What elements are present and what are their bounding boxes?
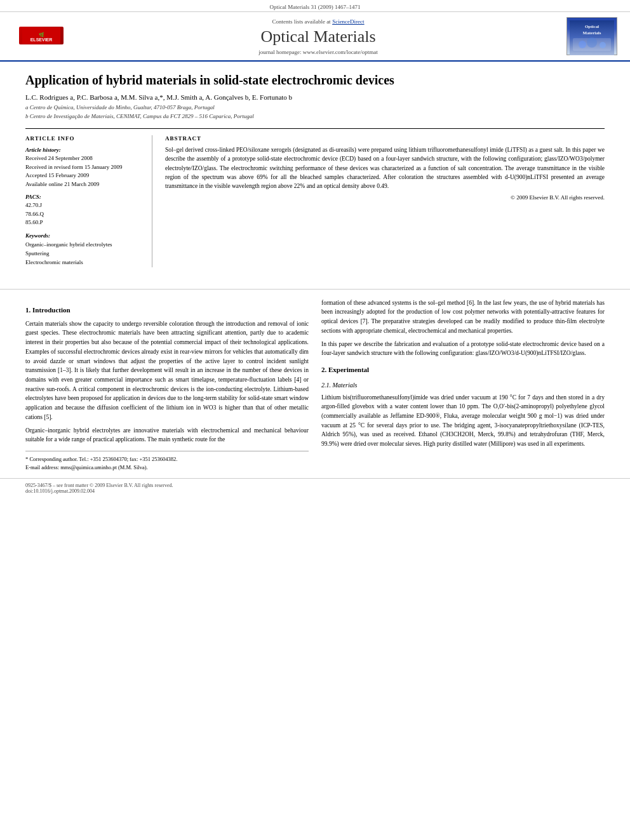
keyword1: Organic–inorganic hybrid electrolytes — [25, 240, 143, 249]
header-top-line: Optical Materials 31 (2009) 1467–1471 — [0, 0, 630, 12]
svg-text:🌿: 🌿 — [39, 32, 44, 37]
section-divider — [0, 289, 630, 290]
right-para1: formation of these advanced systems is t… — [321, 298, 605, 336]
elsevier-logo-img: 🌿 ELSEVIER — [19, 27, 64, 44]
page-footer: 0925-3467/$ – see front matter © 2009 El… — [0, 478, 630, 498]
journal-title: Optical Materials — [70, 27, 566, 46]
svg-text:Optical: Optical — [585, 24, 599, 29]
authors-line: L.C. Rodrigues a, P.C. Barbosa a, M.M. S… — [25, 93, 605, 101]
contents-line: Contents lists available at ScienceDirec… — [70, 18, 566, 25]
received-date: Received 24 September 2008 — [25, 154, 143, 163]
footer-doi: doi:10.1016/j.optmat.2009.02.004 — [25, 488, 605, 494]
revised-date: Received in revised form 15 January 2009 — [25, 163, 143, 172]
right-column: formation of these advanced systems is t… — [321, 298, 605, 472]
thumbnail-title: Optical Materials — [570, 20, 614, 57]
article-info-abstract: ARTICLE INFO Article history: Received 2… — [25, 128, 605, 267]
accepted-date: Accepted 15 February 2009 — [25, 171, 143, 180]
keywords-label: Keywords: — [25, 232, 143, 239]
abstract-panel: ABSTRACT Sol–gel derived cross-linked PE… — [165, 135, 605, 267]
pacs3: 85.60.P — [25, 218, 143, 227]
pacs-label: PACS: — [25, 194, 143, 200]
abstract-heading: ABSTRACT — [165, 135, 605, 142]
section1-heading: 1. Introduction — [25, 305, 309, 316]
footnote-email: E-mail address: mms@quimica.uminho.pt (M… — [25, 463, 309, 472]
affiliation-a: a Centro de Química, Universidade do Min… — [25, 103, 605, 112]
journal-header: 🌿 ELSEVIER Contents lists available at S… — [0, 12, 630, 62]
copyright: © 2009 Elsevier B.V. All rights reserved… — [165, 194, 605, 201]
footnote-star: * Corresponding author. Tel.: +351 25360… — [25, 455, 309, 463]
section1-para1: Certain materials show the capacity to u… — [25, 319, 309, 422]
svg-point-9 — [600, 42, 606, 48]
pacs2: 78.66.Q — [25, 210, 143, 219]
article-body: Application of hybrid materials in solid… — [0, 62, 630, 280]
keyword3: Electrochromic materials — [25, 258, 143, 267]
affiliation-b: b Centro de Investigação de Materiais, C… — [25, 112, 605, 121]
footnote: * Corresponding author. Tel.: +351 25360… — [25, 451, 309, 472]
journal-homepage: journal homepage: www.elsevier.com/locat… — [70, 49, 566, 55]
svg-point-8 — [587, 37, 597, 48]
article-info-panel: ARTICLE INFO Article history: Received 2… — [25, 135, 152, 267]
keywords-list: Organic–inorganic hybrid electrolytes Sp… — [25, 240, 143, 267]
section2-1-heading: 2.1. Materials — [321, 380, 605, 390]
left-column: 1. Introduction Certain materials show t… — [25, 298, 309, 472]
online-date: Available online 21 March 2009 — [25, 180, 143, 189]
journal-thumbnail: Optical Materials — [566, 17, 617, 55]
footer-left: 0925-3467/$ – see front matter © 2009 El… — [25, 483, 605, 488]
main-content: 1. Introduction Certain materials show t… — [0, 298, 630, 472]
pacs1: 42.70.J — [25, 201, 143, 210]
svg-point-7 — [579, 41, 586, 48]
history-label: Article history: — [25, 147, 143, 153]
section2-heading: 2. Experimental — [321, 364, 605, 375]
right-para2: In this paper we describe the fabricatio… — [321, 340, 605, 358]
section2-1-text: Lithium bis(trifluoromethanesulfonyl)imi… — [321, 393, 605, 449]
affiliations: a Centro de Química, Universidade do Min… — [25, 103, 605, 121]
abstract-text: Sol–gel derived cross-linked PEO/siloxan… — [165, 145, 605, 190]
article-title: Application of hybrid materials in solid… — [25, 72, 605, 88]
elsevier-logo: 🌿 ELSEVIER — [13, 27, 70, 46]
journal-center: Contents lists available at ScienceDirec… — [70, 18, 566, 55]
svg-text:ELSEVIER: ELSEVIER — [30, 37, 53, 42]
svg-text:Materials: Materials — [583, 30, 601, 36]
sciencedirect-link[interactable]: ScienceDirect — [332, 18, 364, 25]
section1-para2: Organic–inorganic hybrid electrolytes ar… — [25, 426, 309, 444]
article-info-heading: ARTICLE INFO — [25, 135, 143, 142]
keyword2: Sputtering — [25, 249, 143, 258]
